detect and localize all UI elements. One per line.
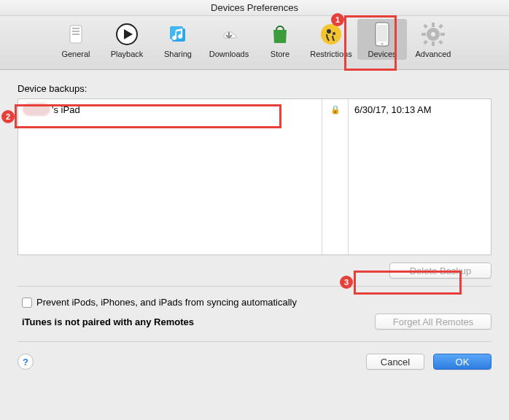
play-icon	[114, 22, 139, 47]
music-sharing-icon	[166, 22, 190, 47]
toolbar-general[interactable]: General	[51, 19, 101, 60]
ok-button[interactable]: OK	[433, 354, 491, 370]
content-area: Device backups: 's iPad 🔒 6/30/17, 10:13…	[0, 70, 509, 377]
svg-point-13	[381, 42, 383, 44]
svg-rect-23	[438, 40, 443, 44]
backups-name-column: 's iPad	[18, 99, 322, 254]
svg-rect-20	[423, 24, 427, 28]
cloud-download-icon	[217, 22, 241, 47]
svg-rect-17	[432, 42, 435, 46]
toolbar-label: Downloads	[209, 50, 249, 58]
svg-rect-21	[438, 24, 443, 28]
slider-icon	[63, 22, 88, 47]
preferences-window: Devices Preferences General Playback Sha…	[0, 0, 509, 420]
divider	[18, 286, 491, 287]
toolbar-restrictions[interactable]: Restrictions	[306, 19, 356, 60]
backup-name: 's iPad	[52, 104, 80, 115]
device-backups-heading: Device backups:	[18, 83, 491, 94]
toolbar-label: Devices	[368, 50, 396, 58]
table-row[interactable]: 's iPad	[18, 99, 322, 120]
backups-date-column: 6/30/17, 10:13 AM	[349, 99, 491, 254]
cancel-button[interactable]: Cancel	[366, 354, 424, 370]
phone-icon	[370, 22, 395, 47]
toolbar-advanced[interactable]: Advanced	[408, 19, 458, 60]
prevent-sync-label: Prevent iPods, iPhones, and iPads from s…	[36, 297, 297, 308]
lock-icon: 🔒	[328, 105, 342, 114]
svg-rect-18	[421, 33, 426, 36]
table-row: 6/30/17, 10:13 AM	[349, 99, 491, 120]
delete-backup-button[interactable]: Delete Backup	[389, 262, 491, 279]
backups-lock-column: 🔒	[322, 99, 349, 254]
toolbar-playback[interactable]: Playback	[102, 19, 152, 60]
table-row: 🔒	[322, 99, 348, 120]
help-button[interactable]: ?	[18, 354, 34, 370]
toolbar-label: Advanced	[416, 50, 451, 58]
svg-point-8	[321, 24, 341, 44]
prevent-sync-checkbox[interactable]	[22, 298, 32, 308]
toolbar-label: Playback	[111, 50, 144, 58]
gear-icon	[421, 22, 446, 47]
svg-rect-12	[377, 25, 387, 42]
toolbar: General Playback Sharing Downloads	[0, 16, 509, 70]
toolbar-downloads[interactable]: Downloads	[204, 19, 254, 60]
toolbar-label: Store	[271, 50, 290, 58]
toolbar-label: General	[61, 50, 90, 58]
toolbar-label: Restrictions	[310, 50, 351, 58]
svg-rect-19	[440, 33, 445, 36]
remotes-status: iTunes is not paired with any Remotes	[22, 316, 194, 327]
svg-rect-3	[72, 34, 79, 35]
svg-point-9	[327, 29, 331, 34]
svg-point-15	[431, 32, 435, 36]
toolbar-label: Sharing	[164, 50, 192, 58]
toolbar-store[interactable]: Store	[255, 19, 305, 60]
forget-all-remotes-button[interactable]: Forget All Remotes	[375, 314, 491, 330]
shopping-bag-icon	[268, 22, 292, 47]
parental-icon	[319, 22, 343, 47]
backups-table[interactable]: 's iPad 🔒 6/30/17, 10:13 AM	[18, 98, 491, 255]
svg-point-10	[333, 32, 335, 35]
backup-date: 6/30/17, 10:13 AM	[354, 104, 432, 115]
redacted-text	[23, 103, 50, 116]
prevent-sync-row[interactable]: Prevent iPods, iPhones, and iPads from s…	[22, 297, 491, 308]
svg-rect-2	[72, 31, 79, 32]
toolbar-devices[interactable]: Devices	[357, 19, 407, 60]
svg-rect-16	[432, 23, 435, 27]
window-title: Devices Preferences	[0, 0, 509, 16]
svg-rect-1	[72, 28, 79, 29]
toolbar-sharing[interactable]: Sharing	[153, 19, 203, 60]
svg-rect-22	[423, 40, 427, 44]
